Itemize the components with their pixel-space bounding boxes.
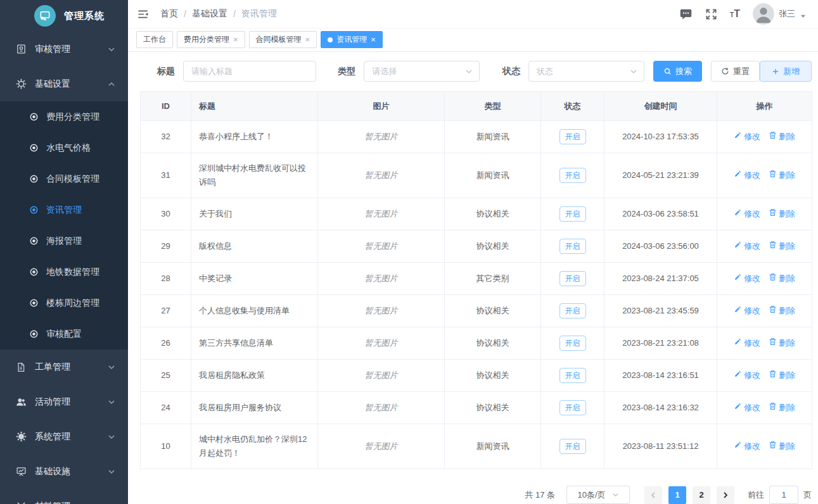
- goto-page-input[interactable]: [769, 486, 798, 504]
- message-icon[interactable]: [679, 8, 693, 21]
- close-icon[interactable]: ×: [305, 35, 310, 44]
- close-icon[interactable]: ×: [371, 35, 376, 44]
- sidebar-item-system[interactable]: 系统管理: [0, 419, 128, 454]
- status-select[interactable]: 状态: [528, 61, 644, 82]
- font-size-icon[interactable]: TT: [730, 9, 740, 19]
- tab-资讯管理[interactable]: 资讯管理×: [321, 31, 383, 48]
- cell-created: 2023-08-11 23:51:12: [604, 424, 717, 469]
- fullscreen-icon[interactable]: [705, 8, 717, 20]
- delete-link[interactable]: 删除: [769, 168, 795, 182]
- reset-button-label: 重置: [733, 66, 750, 77]
- sidebar-subitem[interactable]: 审核配置: [0, 318, 128, 350]
- sidebar-item-infra[interactable]: 基础设施: [0, 454, 128, 489]
- breadcrumb-item[interactable]: 首页: [160, 8, 178, 20]
- radio-icon: [30, 206, 38, 214]
- edit-link[interactable]: 修改: [734, 207, 760, 221]
- delete-link[interactable]: 删除: [769, 439, 795, 453]
- cell-created: 2023-08-24 21:37:05: [604, 263, 717, 295]
- edit-link[interactable]: 修改: [734, 168, 760, 182]
- cell-image: 暂无图片: [318, 263, 445, 295]
- edit-icon: [734, 336, 742, 350]
- add-button[interactable]: 新增: [760, 61, 812, 82]
- edit-link[interactable]: 修改: [734, 369, 760, 382]
- sidebar-subitem[interactable]: 海报管理: [0, 225, 128, 256]
- edit-link[interactable]: 修改: [734, 401, 760, 415]
- breadcrumb-item[interactable]: 基础设置: [192, 8, 227, 20]
- sidebar-item-work-order[interactable]: 工单管理: [0, 350, 128, 384]
- tab-工作台[interactable]: 工作台: [136, 31, 173, 48]
- sidebar-subitem[interactable]: 费用分类管理: [0, 101, 128, 132]
- sidebar-item-label: 活动管理: [35, 396, 108, 408]
- cell-status: 开启: [541, 295, 604, 327]
- cell-id: 29: [141, 230, 191, 263]
- search-button[interactable]: 搜索: [653, 61, 702, 82]
- plus-icon: [772, 68, 779, 75]
- edit-icon: [734, 207, 742, 221]
- cell-type: 协议相关: [445, 360, 541, 392]
- edit-link[interactable]: 修改: [734, 336, 760, 350]
- delete-link[interactable]: 删除: [769, 336, 795, 350]
- edit-link[interactable]: 修改: [734, 439, 760, 453]
- sidebar-item-activity[interactable]: 活动管理: [0, 384, 128, 419]
- document-icon: [16, 362, 27, 372]
- edit-link[interactable]: 修改: [734, 130, 760, 144]
- cell-title: 中奖记录: [191, 263, 318, 295]
- cell-id: 32: [141, 121, 191, 153]
- sidebar-subitem[interactable]: 合同模板管理: [0, 163, 128, 194]
- tab-合同模板管理[interactable]: 合同模板管理×: [249, 31, 317, 48]
- edit-link[interactable]: 修改: [734, 272, 760, 286]
- page-size-select[interactable]: 10条/页: [566, 486, 630, 504]
- sidebar-item-base-settings[interactable]: 基础设置: [0, 66, 128, 101]
- sidebar-item-audit[interactable]: 审核管理: [0, 32, 128, 66]
- sidebar-subitem[interactable]: 地铁数据管理: [0, 256, 128, 287]
- status-badge: 开启: [559, 206, 586, 222]
- cell-status: 开启: [541, 230, 604, 263]
- tab-费用分类管理[interactable]: 费用分类管理×: [177, 31, 245, 48]
- sidebar-subitem-label: 水电气价格: [46, 142, 91, 154]
- title-filter-input[interactable]: [183, 61, 316, 82]
- cell-image: 暂无图片: [318, 360, 445, 392]
- breadcrumb-item: 资讯管理: [241, 8, 277, 20]
- delete-link[interactable]: 删除: [769, 207, 795, 221]
- radio-icon: [30, 330, 38, 338]
- breadcrumb: 首页/基础设置/资讯管理: [160, 8, 277, 20]
- cell-title: 恭喜小程序上线了！: [191, 121, 318, 153]
- sidebar-subitem[interactable]: 楼栋周边管理: [0, 287, 128, 318]
- status-badge: 开启: [559, 368, 586, 383]
- cell-created: 2024-10-23 17:53:35: [604, 121, 717, 153]
- sidebar-item-material[interactable]: 材料管理: [0, 489, 128, 504]
- edit-link[interactable]: 修改: [734, 304, 760, 318]
- delete-link[interactable]: 删除: [769, 272, 795, 286]
- chevron-down-icon: [108, 363, 115, 371]
- delete-link[interactable]: 删除: [769, 239, 795, 253]
- edit-link[interactable]: 修改: [734, 239, 760, 253]
- type-select[interactable]: 请选择: [364, 61, 480, 82]
- next-page-button[interactable]: [717, 486, 734, 504]
- page-button-2[interactable]: 2: [693, 486, 710, 504]
- sidebar-collapse-icon[interactable]: [137, 8, 149, 20]
- sidebar-subitem-label: 资讯管理: [46, 205, 82, 216]
- page-button-1[interactable]: 1: [668, 486, 686, 504]
- reset-button[interactable]: 重置: [711, 61, 760, 82]
- prev-page-button[interactable]: [644, 486, 662, 504]
- cell-type: 新闻资讯: [445, 424, 541, 469]
- delete-link[interactable]: 删除: [769, 304, 795, 318]
- refresh-icon: [721, 67, 729, 75]
- close-icon[interactable]: ×: [233, 35, 238, 44]
- delete-link[interactable]: 删除: [769, 369, 795, 382]
- radio-icon: [30, 144, 38, 152]
- avatar: [753, 3, 774, 25]
- sidebar-item-label: 工单管理: [35, 362, 108, 373]
- edit-icon: [734, 239, 742, 253]
- user-menu[interactable]: 张三: [753, 3, 807, 25]
- sidebar-subitem[interactable]: 水电气价格: [0, 132, 128, 163]
- delete-link[interactable]: 删除: [769, 130, 795, 144]
- delete-link[interactable]: 删除: [769, 401, 795, 415]
- sidebar-subitem[interactable]: 资讯管理: [0, 194, 128, 225]
- cell-id: 28: [141, 263, 191, 295]
- cell-actions: 修改删除: [717, 392, 812, 424]
- tab-label: 资讯管理: [336, 34, 367, 45]
- no-image-text: 暂无图片: [365, 441, 398, 451]
- page-suffix-label: 页: [803, 489, 812, 501]
- sidebar-item-label: 材料管理: [35, 501, 108, 504]
